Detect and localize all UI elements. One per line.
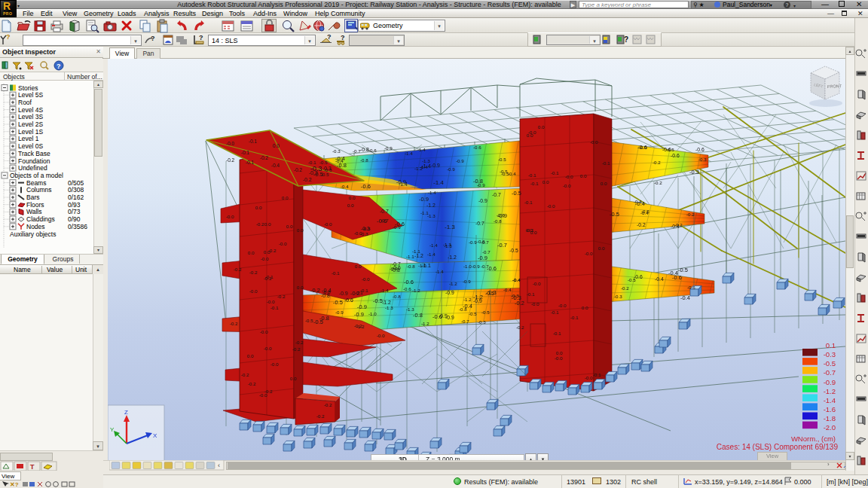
svg-text:-0.3: -0.3 [324,167,332,172]
svg-text:-0.5: -0.5 [313,319,323,325]
svg-text:-0.4: -0.4 [634,199,642,204]
svg-text:-0.9: -0.9 [445,290,454,295]
svg-text:Level 5S: Level 5S [18,91,43,99]
svg-text:-0.9: -0.9 [456,158,464,163]
svg-text:-0.0: -0.0 [260,329,268,334]
svg-text:-0.0: -0.0 [585,251,593,256]
svg-text:0.0: 0.0 [556,350,563,355]
svg-text:-1.6: -1.6 [824,405,836,413]
svg-text:-0.8: -0.8 [391,267,400,273]
svg-text:Undefined: Undefined [18,164,47,172]
svg-text:-0.9: -0.9 [824,378,836,386]
svg-text:-0.1: -0.1 [241,150,250,155]
svg-text:-0.2: -0.2 [515,300,524,307]
svg-text:-0.2: -0.2 [621,285,629,291]
svg-text:-0.0: -0.0 [259,392,267,398]
svg-text:-1.2: -1.2 [473,294,483,300]
svg-text:?: ? [327,33,332,41]
svg-text:-0.1: -0.1 [270,305,279,310]
svg-text:0/162: 0/162 [68,194,84,201]
svg-text:0.0: 0.0 [527,133,533,138]
svg-text:-0.5: -0.5 [824,359,836,368]
svg-text:-0.2: -0.2 [226,157,235,163]
svg-text:-0.9: -0.9 [431,163,440,168]
svg-text:-0.9: -0.9 [357,303,367,310]
svg-text:-0.1: -0.1 [593,372,601,377]
svg-text:-0.2: -0.2 [354,323,362,328]
svg-text:-0.9: -0.9 [447,166,455,172]
svg-text:-0.9: -0.9 [335,310,344,315]
svg-text:0.0: 0.0 [601,181,607,186]
svg-text:-0.1: -0.1 [249,139,258,144]
svg-text:-0.2: -0.2 [295,340,304,345]
svg-text:-0.2: -0.2 [248,381,256,386]
svg-text:Stories: Stories [18,84,38,92]
svg-text:-0.5: -0.5 [469,311,477,316]
svg-text:-0.6: -0.6 [477,239,485,244]
svg-text:-0.5: -0.5 [501,171,509,176]
svg-text:-2.0: -2.0 [824,423,836,432]
svg-text:Track Base: Track Base [18,150,50,157]
svg-text:-0.3: -0.3 [362,226,371,231]
svg-text:-0.0: -0.0 [533,281,541,286]
svg-text:-0.2: -0.2 [264,276,272,281]
svg-text:0/308: 0/308 [68,186,84,194]
svg-text:-0.8: -0.8 [321,293,330,298]
svg-text:-0.6: -0.6 [695,147,704,152]
svg-text:-0.4: -0.4 [640,210,649,215]
svg-text:0.0: 0.0 [355,264,362,269]
svg-text:-0.3: -0.3 [310,165,322,172]
svg-text:Level 2S: Level 2S [18,120,43,128]
svg-text:-0.0: -0.0 [547,203,555,209]
svg-text:0.1: 0.1 [826,341,836,349]
svg-text:-0.0: -0.0 [354,230,362,236]
svg-text:-0.2: -0.2 [230,321,238,326]
svg-text:Claddings: Claddings [26,215,55,223]
svg-text:-0.0: -0.0 [249,288,258,294]
svg-text:-0.6: -0.6 [473,145,481,150]
svg-text:-0.6: -0.6 [662,147,671,152]
svg-text:-1.0: -1.0 [418,263,426,268]
svg-text:Level 1: Level 1 [18,135,39,142]
svg-text:-0.3: -0.3 [332,148,341,154]
svg-text:-1.3: -1.3 [443,242,451,247]
svg-text:0.0: 0.0 [247,353,254,358]
svg-text:0/3586: 0/3586 [68,223,87,230]
svg-text:-0.2 -0.4: -0.2 -0.4 [310,287,332,294]
svg-text:-1.8: -1.8 [824,414,836,422]
svg-text:-0.0: -0.0 [590,139,598,145]
svg-text:-0.7: -0.7 [461,319,469,324]
svg-text:-0.0: -0.0 [362,276,370,282]
svg-text:-1.4: -1.4 [417,147,426,152]
svg-text:-1.2: -1.2 [824,387,836,395]
svg-text:-0.3: -0.3 [511,293,519,298]
svg-text:0.0: 0.0 [297,227,304,233]
svg-text:-0.7: -0.7 [380,209,389,214]
svg-text:-0.5: -0.5 [628,277,636,282]
svg-text:0.0: 0.0 [347,203,354,208]
svg-text:Objects of a model: Objects of a model [10,172,63,179]
svg-text:-1.2: -1.2 [412,288,420,293]
svg-text:Bars: Bars [26,194,39,201]
svg-text:Level 0S: Level 0S [18,142,43,150]
svg-text:Beams: Beams [26,179,46,187]
svg-text:-1.2: -1.2 [448,255,457,260]
svg-text:-0.7: -0.7 [492,192,501,197]
svg-text:-0.9: -0.9 [354,311,364,318]
svg-text:-0.0: -0.0 [226,214,234,219]
svg-text:-0.5: -0.5 [319,160,328,165]
svg-text:-0.5: -0.5 [481,310,490,315]
svg-text:0.0: 0.0 [582,305,588,310]
svg-text:-0.2: -0.2 [277,294,286,299]
svg-text:-0.5: -0.5 [610,211,619,218]
svg-text:?: ? [341,34,345,41]
svg-text:-1.2: -1.2 [463,297,472,302]
svg-text:-0.9: -0.9 [439,313,448,319]
svg-text:-0.0: -0.0 [531,301,539,307]
svg-text:-0.2: -0.2 [316,413,325,419]
svg-text:-0.3: -0.3 [698,157,707,162]
svg-text:-1.4: -1.4 [436,269,444,274]
svg-text:-0.3: -0.3 [824,350,836,358]
svg-text:-0.1: -0.1 [570,315,579,320]
svg-text:-0.9: -0.9 [472,264,480,269]
